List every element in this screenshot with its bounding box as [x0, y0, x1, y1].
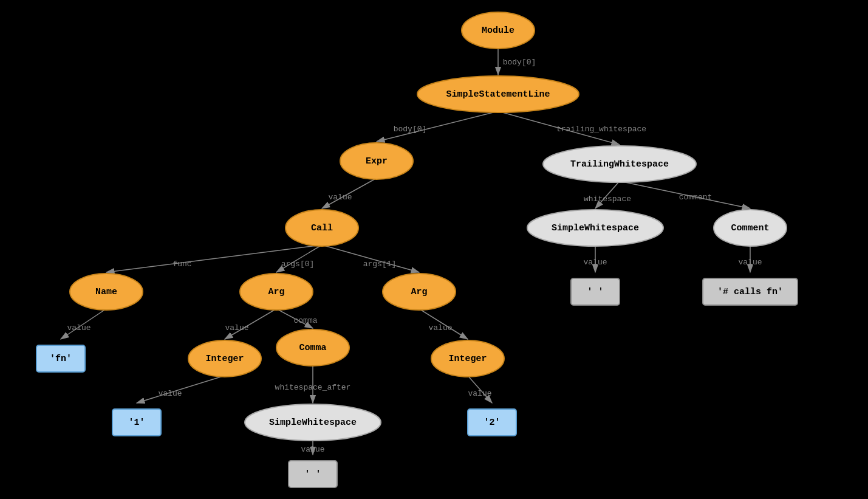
edge-label: value — [468, 389, 491, 398]
node-label-int1val: '1' — [128, 418, 145, 428]
edge-label: value — [301, 445, 324, 454]
edge-label: args[1] — [363, 260, 397, 269]
node-spaceval1: ' ' — [571, 278, 620, 305]
node-label-comment: Comment — [731, 223, 769, 233]
edge-label: whitespace — [584, 194, 631, 204]
node-int2val: '2' — [468, 409, 516, 436]
node-spaceval2: ' ' — [289, 461, 337, 487]
node-fnval: 'fn' — [36, 345, 85, 372]
node-simplewhitespace2: SimpleWhitespace — [245, 404, 381, 441]
node-call: Call — [285, 210, 358, 246]
edge-label: trailing_whitespace — [556, 125, 646, 134]
node-simplewhitespace1: SimpleWhitespace — [527, 210, 663, 246]
edge-label: args[0] — [281, 260, 315, 269]
node-simplestatementline: SimpleStatementLine — [417, 76, 579, 112]
node-label-spaceval1: ' ' — [587, 287, 603, 297]
node-label-name: Name — [95, 287, 117, 297]
node-name: Name — [70, 274, 143, 310]
node-label-simplewhitespace2: SimpleWhitespace — [269, 418, 357, 428]
node-label-commentval: '# calls fn' — [717, 287, 783, 297]
edge-label: whitespace_after — [275, 383, 351, 392]
node-label-expr: Expr — [366, 156, 388, 167]
node-label-integer1: Integer — [205, 354, 244, 364]
node-expr: Expr — [340, 143, 413, 179]
edge-label: value — [583, 258, 607, 267]
node-integer1: Integer — [188, 340, 261, 377]
node-label-simplewhitespace1: SimpleWhitespace — [552, 223, 639, 233]
node-commentval: '# calls fn' — [703, 278, 798, 305]
node-label-call: Call — [311, 223, 333, 233]
node-integer2: Integer — [431, 340, 504, 377]
node-module: Module — [462, 12, 535, 49]
node-int1val: '1' — [112, 409, 161, 436]
edge-label: value — [225, 323, 248, 332]
edge-label: value — [158, 389, 182, 398]
edge-label: value — [67, 323, 91, 332]
node-label-int2val: '2' — [484, 418, 500, 428]
node-label-arg1: Arg — [268, 287, 284, 297]
edge-label: body[0] — [503, 58, 536, 67]
node-label-integer2: Integer — [448, 354, 487, 364]
nodes-layer: ModuleSimpleStatementLineExprTrailingWhi… — [36, 12, 798, 487]
node-label-spaceval2: ' ' — [304, 469, 321, 480]
edge-label: value — [428, 323, 452, 332]
edge-label: value — [738, 258, 762, 267]
node-label-comma: Comma — [299, 343, 326, 353]
edge-label: comment — [679, 193, 713, 202]
edge-label: func — [173, 260, 191, 269]
edge-label: value — [328, 193, 352, 202]
node-label-arg2: Arg — [411, 287, 427, 297]
node-label-simplestatementline: SimpleStatementLine — [446, 89, 550, 100]
node-arg2: Arg — [383, 274, 456, 310]
node-comment: Comment — [714, 210, 787, 246]
node-trailingwhitespace: TrailingWhitespace — [543, 146, 696, 182]
node-label-module: Module — [482, 26, 514, 36]
node-arg1: Arg — [240, 274, 313, 310]
node-label-fnval: 'fn' — [50, 354, 72, 364]
tree-diagram: body[0]body[0]trailing_whitespacevaluewh… — [0, 0, 868, 499]
edge-label: comma — [293, 316, 317, 325]
node-label-trailingwhitespace: TrailingWhitespace — [570, 159, 669, 170]
node-comma: Comma — [276, 329, 349, 366]
edge-label: body[0] — [394, 125, 427, 134]
edges-layer: body[0]body[0]trailing_whitespacevaluewh… — [61, 47, 762, 455]
